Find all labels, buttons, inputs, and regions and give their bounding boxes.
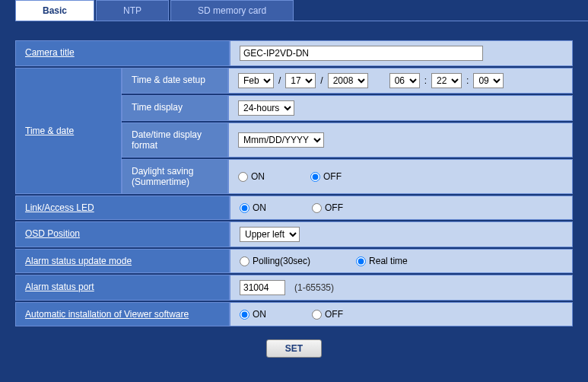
sec-select[interactable]: 09	[473, 73, 504, 88]
osd-position-select[interactable]: Upper left	[240, 227, 300, 242]
osd-position-label: OSD Position	[15, 221, 230, 247]
time-sep: :	[466, 75, 469, 86]
led-on-label[interactable]: ON	[240, 202, 266, 213]
set-button[interactable]: SET	[266, 339, 322, 358]
link-led-label: Link/Access LED	[15, 196, 230, 220]
month-select[interactable]: Feb	[238, 73, 274, 88]
alarm-port-link[interactable]: Alarm status port	[25, 282, 94, 292]
led-on-radio[interactable]	[240, 203, 250, 213]
auto-off-radio[interactable]	[312, 310, 322, 320]
time-date-setup-label: Time & date setup	[122, 68, 228, 94]
osd-position-link[interactable]: OSD Position	[25, 228, 80, 239]
min-select[interactable]: 22	[431, 73, 462, 88]
date-format-select[interactable]: Mmm/DD/YYYY	[238, 132, 324, 148]
camera-title-input[interactable]	[240, 46, 483, 61]
alarm-polling-radio[interactable]	[240, 256, 250, 266]
tab-sd[interactable]: SD memory card	[170, 0, 294, 21]
alarm-polling-label[interactable]: Polling(30sec)	[240, 256, 310, 266]
year-select[interactable]: 2008	[328, 73, 368, 88]
alarm-mode-link[interactable]: Alarm status update mode	[25, 256, 132, 266]
hour-select[interactable]: 06	[389, 73, 420, 88]
alarm-port-label: Alarm status port	[15, 275, 230, 301]
tab-ntp[interactable]: NTP	[96, 0, 169, 21]
camera-title-label: Camera title	[15, 40, 230, 66]
date-sep: /	[278, 75, 281, 86]
alarm-port-hint: (1-65535)	[294, 282, 334, 293]
alarm-realtime-label[interactable]: Real time	[356, 256, 408, 266]
time-date-link[interactable]: Time & date	[25, 126, 74, 136]
day-select[interactable]: 17	[285, 73, 316, 88]
led-off-radio[interactable]	[312, 203, 322, 213]
auto-on-label[interactable]: ON	[240, 309, 266, 320]
auto-install-link[interactable]: Automatic installation of Viewer softwar…	[25, 309, 189, 320]
time-display-label: Time display	[122, 95, 228, 121]
alarm-realtime-radio[interactable]	[356, 256, 366, 266]
auto-install-label: Automatic installation of Viewer softwar…	[15, 302, 230, 326]
link-led-link[interactable]: Link/Access LED	[25, 202, 94, 213]
tab-bar: Basic NTP SD memory card	[15, 0, 588, 21]
tab-basic[interactable]: Basic	[15, 0, 94, 21]
alarm-mode-label: Alarm status update mode	[15, 249, 230, 273]
daylight-on-label[interactable]: ON	[238, 171, 265, 182]
date-sep: /	[320, 75, 323, 86]
time-display-select[interactable]: 24-hours	[238, 100, 294, 116]
alarm-port-input[interactable]	[240, 280, 285, 295]
daylight-label: Daylight saving (Summertime)	[122, 159, 228, 194]
daylight-off-label[interactable]: OFF	[310, 171, 342, 182]
time-date-label: Time & date	[15, 68, 122, 194]
settings-panel: Camera title Time & date Time & date set…	[0, 21, 588, 377]
led-off-label[interactable]: OFF	[312, 202, 343, 213]
date-format-label: Date/time display format	[122, 123, 228, 158]
auto-on-radio[interactable]	[240, 310, 250, 320]
time-sep: :	[424, 75, 427, 86]
daylight-off-radio[interactable]	[310, 172, 320, 182]
camera-title-link[interactable]: Camera title	[25, 47, 75, 58]
daylight-on-radio[interactable]	[238, 172, 248, 182]
auto-off-label[interactable]: OFF	[312, 309, 343, 320]
